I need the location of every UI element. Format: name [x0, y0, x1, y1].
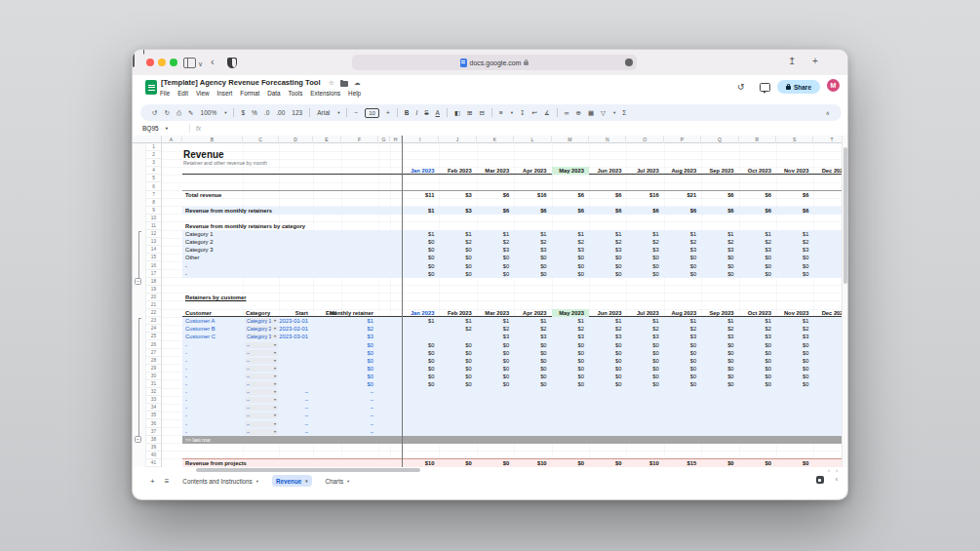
- cell[interactable]: $0: [589, 373, 626, 380]
- explore-icon[interactable]: [816, 476, 824, 484]
- row-number[interactable]: 5: [146, 175, 161, 182]
- month-header[interactable]: Jul 2023: [626, 167, 663, 175]
- cell[interactable]: $0: [701, 262, 738, 270]
- cell[interactable]: $1: [589, 230, 626, 238]
- filter-icon[interactable]: ▽: [601, 104, 606, 121]
- cell[interactable]: $0: [664, 341, 701, 349]
- cell[interactable]: Start: [279, 309, 313, 317]
- cell[interactable]: $0: [626, 357, 663, 365]
- row-number[interactable]: 41: [146, 459, 161, 467]
- cell[interactable]: –: [279, 388, 313, 396]
- month-header[interactable]: Mar 2023: [477, 309, 514, 317]
- cell[interactable]: $3: [739, 333, 776, 340]
- row-number[interactable]: 37: [146, 428, 161, 436]
- cell[interactable]: -: [183, 373, 242, 380]
- dropdown-arrow-icon[interactable]: ▾: [274, 350, 276, 356]
- insert-link-icon[interactable]: ∞: [565, 104, 569, 121]
- menu-view[interactable]: View: [196, 90, 210, 97]
- row-number[interactable]: 29: [146, 365, 161, 373]
- font-select[interactable]: Arial: [317, 104, 330, 121]
- month-header[interactable]: Feb 2023: [439, 309, 476, 317]
- cell[interactable]: Customer B: [183, 325, 242, 333]
- chevron-down-icon[interactable]: ∨: [198, 58, 203, 71]
- cell[interactable]: Category: [244, 309, 278, 317]
- cell[interactable]: $1: [739, 230, 776, 238]
- cell[interactable]: $0: [477, 349, 514, 357]
- menu-extensions[interactable]: Extensions: [310, 90, 340, 97]
- reader-mode-icon[interactable]: [625, 59, 633, 66]
- column-header[interactable]: Q: [701, 136, 738, 143]
- cell[interactable]: -: [183, 365, 242, 373]
- add-sheet-icon[interactable]: +: [150, 477, 155, 486]
- all-sheets-icon[interactable]: ≡: [165, 477, 170, 486]
- row-number[interactable]: 1: [146, 143, 161, 151]
- cell[interactable]: $0: [552, 365, 589, 373]
- category-dropdown[interactable]: –▾: [245, 381, 278, 387]
- row-number[interactable]: 36: [146, 420, 161, 428]
- cell[interactable]: $0: [664, 380, 701, 388]
- scrollbar-thumb[interactable]: [843, 147, 847, 284]
- cell[interactable]: $0: [402, 373, 439, 380]
- cell[interactable]: $0: [739, 349, 776, 357]
- row-number[interactable]: 2: [146, 151, 161, 159]
- cell[interactable]: $3: [701, 333, 738, 340]
- cell[interactable]: Revenue from monthly retainers: [183, 207, 339, 215]
- row-number[interactable]: 8: [146, 199, 161, 207]
- category-dropdown[interactable]: –▾: [245, 350, 278, 356]
- redo-icon[interactable]: ↻: [164, 104, 169, 121]
- dropdown-arrow-icon[interactable]: ▾: [274, 358, 276, 364]
- row-number[interactable]: 22: [146, 309, 161, 317]
- cell[interactable]: $2: [664, 325, 701, 333]
- cell[interactable]: 2023-03-01: [279, 333, 313, 340]
- column-header[interactable]: B: [182, 136, 243, 143]
- cell[interactable]: $1: [664, 230, 701, 238]
- cell[interactable]: $0: [589, 262, 626, 270]
- cell[interactable]: $6: [477, 191, 514, 199]
- category-dropdown[interactable]: –▾: [245, 366, 278, 372]
- cell[interactable]: $3: [552, 246, 589, 254]
- column-header[interactable]: O: [626, 136, 663, 143]
- cell[interactable]: $2: [626, 238, 663, 246]
- cell[interactable]: –: [279, 412, 313, 419]
- row-number[interactable]: 20: [146, 294, 161, 301]
- cell[interactable]: Customer A: [183, 317, 242, 325]
- cell[interactable]: $1: [552, 317, 589, 325]
- cell[interactable]: $3: [477, 246, 514, 254]
- cell[interactable]: $0: [341, 365, 378, 373]
- currency-format-icon[interactable]: $: [241, 104, 245, 121]
- decrease-decimal-icon[interactable]: .0: [264, 104, 269, 121]
- cell[interactable]: $6: [739, 207, 776, 215]
- cell[interactable]: $2: [439, 238, 476, 246]
- category-dropdown[interactable]: Category 3▾: [245, 334, 278, 339]
- cell[interactable]: $2: [439, 325, 476, 333]
- cell[interactable]: $3: [664, 333, 701, 340]
- cell[interactable]: $0: [626, 254, 663, 261]
- cell[interactable]: $21: [664, 191, 701, 199]
- cell[interactable]: $1: [514, 317, 551, 325]
- merge-cells-icon[interactable]: ⊟: [480, 104, 485, 121]
- cell[interactable]: $0: [341, 357, 378, 365]
- cell[interactable]: $2: [739, 238, 776, 246]
- cell[interactable]: –: [341, 412, 378, 419]
- cell[interactable]: $3: [439, 207, 476, 215]
- dropdown-arrow-icon[interactable]: ▾: [274, 381, 276, 387]
- cell[interactable]: Other: [183, 254, 300, 261]
- cell[interactable]: $0: [514, 380, 551, 388]
- cell[interactable]: $0: [739, 262, 776, 270]
- dropdown-arrow-icon[interactable]: ▾: [274, 397, 276, 403]
- dropdown-arrow-icon[interactable]: ▾: [274, 405, 276, 411]
- tab-dropdown-icon[interactable]: ▾: [305, 479, 307, 484]
- cell[interactable]: $2: [626, 325, 663, 333]
- paint-format-icon[interactable]: ✎: [188, 104, 193, 121]
- cell[interactable]: Category 2: [183, 238, 300, 246]
- cell[interactable]: $0: [664, 357, 701, 365]
- cell[interactable]: $2: [552, 325, 589, 333]
- row-number[interactable]: 26: [146, 341, 161, 349]
- column-header[interactable]: M: [552, 136, 589, 143]
- cell[interactable]: $0: [701, 365, 738, 373]
- cell[interactable]: $0: [341, 349, 378, 357]
- cell[interactable]: $0: [626, 349, 663, 357]
- cell[interactable]: $0: [589, 270, 626, 278]
- cell[interactable]: $0: [589, 349, 626, 357]
- row-number[interactable]: 16: [146, 262, 161, 270]
